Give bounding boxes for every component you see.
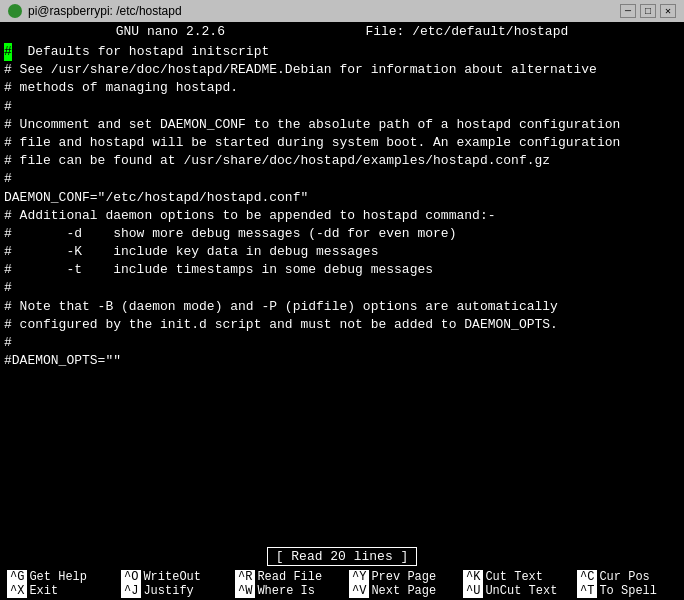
shortcut-label: Prev Page [371,570,436,584]
editor-line: #DAEMON_OPTS="" [4,352,680,370]
editor-line: # Additional daemon options to be append… [4,207,680,225]
status-message: [ Read 20 lines ] [267,547,418,566]
editor-line: # -K include key data in debug messages [4,243,680,261]
editor-line: # Uncomment and set DAEMON_CONF to the a… [4,116,680,134]
shortcut-label: Read File [257,570,322,584]
title-bar-text: pi@raspberrypi: /etc/hostapd [28,4,182,18]
shortcut-item[interactable]: ^RRead File [235,570,335,584]
shortcut-item[interactable]: ^JJustify [121,584,221,598]
editor-line: # -d show more debug messages (-dd for e… [4,225,680,243]
terminal-icon [8,4,22,18]
editor-line: # Defaults for hostapd initscript [4,43,680,61]
shortcut-item[interactable]: ^YPrev Page [349,570,449,584]
terminal-window: pi@raspberrypi: /etc/hostapd ─ □ ✕ GNU n… [0,0,684,600]
editor-line: # [4,334,680,352]
nano-version: GNU nano 2.2.6 [116,24,225,39]
title-bar-left: pi@raspberrypi: /etc/hostapd [8,4,182,18]
shortcut-key: ^U [463,584,483,598]
shortcut-item[interactable]: ^TTo Spell [577,584,677,598]
editor-content[interactable]: # Defaults for hostapd initscript# See /… [0,41,684,545]
shortcut-key: ^V [349,584,369,598]
shortcut-bar: ^GGet Help^OWriteOut^RRead File^YPrev Pa… [0,568,684,600]
editor-line: # methods of managing hostapd. [4,79,680,97]
shortcut-label: Get Help [29,570,87,584]
editor-line: DAEMON_CONF="/etc/hostapd/hostapd.conf" [4,189,680,207]
editor-area[interactable]: GNU nano 2.2.6 File: /etc/default/hostap… [0,22,684,600]
close-button[interactable]: ✕ [660,4,676,18]
shortcut-row: ^XExit^JJustify^WWhere Is^VNext Page^UUn… [0,584,684,598]
shortcut-key: ^T [577,584,597,598]
shortcut-item[interactable]: ^CCur Pos [577,570,677,584]
shortcut-item[interactable]: ^OWriteOut [121,570,221,584]
shortcut-label: Cut Text [485,570,543,584]
shortcut-item[interactable]: ^GGet Help [7,570,107,584]
shortcut-key: ^R [235,570,255,584]
status-bar: [ Read 20 lines ] [0,545,684,568]
shortcut-item[interactable]: ^UUnCut Text [463,584,563,598]
shortcut-label: To Spell [599,584,657,598]
shortcut-key: ^J [121,584,141,598]
editor-line: # file and hostapd will be started durin… [4,134,680,152]
shortcut-item[interactable]: ^KCut Text [463,570,563,584]
shortcut-label: Where Is [257,584,315,598]
editor-line: # configured by the init.d script and mu… [4,316,680,334]
shortcut-label: WriteOut [143,570,201,584]
title-bar: pi@raspberrypi: /etc/hostapd ─ □ ✕ [0,0,684,22]
title-bar-controls: ─ □ ✕ [620,4,676,18]
shortcut-item[interactable]: ^VNext Page [349,584,449,598]
shortcut-label: Cur Pos [599,570,649,584]
shortcut-key: ^Y [349,570,369,584]
editor-line: # [4,98,680,116]
shortcut-label: Justify [143,584,193,598]
maximize-button[interactable]: □ [640,4,656,18]
shortcut-item[interactable]: ^WWhere Is [235,584,335,598]
shortcut-key: ^O [121,570,141,584]
shortcut-key: ^K [463,570,483,584]
shortcut-label: Exit [29,584,58,598]
editor-line: # [4,279,680,297]
editor-line: # -t include timestamps in some debug me… [4,261,680,279]
shortcut-key: ^C [577,570,597,584]
shortcut-key: ^G [7,570,27,584]
minimize-button[interactable]: ─ [620,4,636,18]
shortcut-key: ^X [7,584,27,598]
shortcut-item[interactable]: ^XExit [7,584,107,598]
shortcut-label: UnCut Text [485,584,557,598]
editor-line: # file can be found at /usr/share/doc/ho… [4,152,680,170]
shortcut-label: Next Page [371,584,436,598]
editor-line: # Note that -B (daemon mode) and -P (pid… [4,298,680,316]
header-bar: GNU nano 2.2.6 File: /etc/default/hostap… [0,22,684,41]
file-path: File: /etc/default/hostapd [365,24,568,39]
editor-line: # [4,170,680,188]
shortcut-row: ^GGet Help^OWriteOut^RRead File^YPrev Pa… [0,570,684,584]
shortcut-key: ^W [235,584,255,598]
editor-line: # See /usr/share/doc/hostapd/README.Debi… [4,61,680,79]
